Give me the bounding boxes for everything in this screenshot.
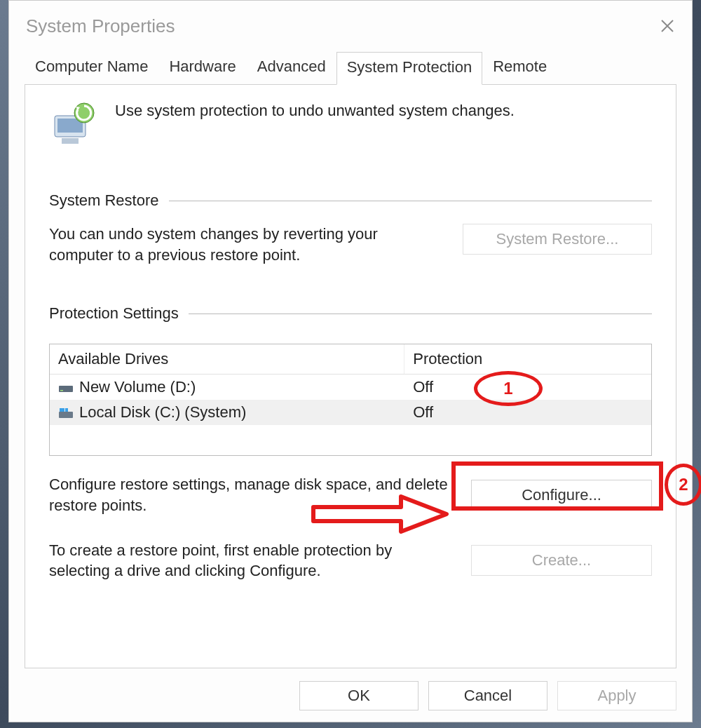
- drive-icon: [58, 381, 74, 393]
- create-button[interactable]: Create...: [471, 545, 652, 576]
- group-system-restore: System Restore: [49, 191, 652, 210]
- drive-name: Local Disk (C:) (System): [79, 403, 246, 422]
- drive-protection: Off: [404, 377, 651, 398]
- tab-computer-name[interactable]: Computer Name: [25, 51, 158, 84]
- create-description: To create a restore point, first enable …: [49, 540, 453, 581]
- group-title-protection: Protection Settings: [49, 304, 179, 323]
- cancel-button[interactable]: Cancel: [428, 681, 547, 710]
- svg-rect-5: [60, 390, 63, 391]
- table-row[interactable]: Local Disk (C:) (System) Off: [50, 400, 651, 425]
- configure-description: Configure restore settings, manage disk …: [49, 474, 453, 515]
- configure-row: Configure restore settings, manage disk …: [49, 474, 652, 515]
- ok-button[interactable]: OK: [299, 681, 418, 710]
- intro-text: Use system protection to undo unwanted s…: [115, 102, 515, 120]
- table-row[interactable]: New Volume (D:) Off: [50, 375, 651, 400]
- drives-table[interactable]: Available Drives Protection New Volume (…: [49, 344, 652, 456]
- window-title: System Properties: [26, 15, 175, 37]
- table-header: Available Drives Protection: [50, 344, 651, 375]
- dialog-footer: OK Cancel Apply: [25, 681, 676, 710]
- svg-rect-7: [60, 408, 64, 412]
- tabstrip: Computer Name Hardware Advanced System P…: [25, 51, 676, 85]
- titlebar: System Properties: [9, 1, 692, 51]
- tab-hardware[interactable]: Hardware: [158, 51, 246, 84]
- create-row: To create a restore point, first enable …: [49, 540, 652, 581]
- system-protection-icon: [49, 100, 100, 151]
- tab-remote[interactable]: Remote: [482, 51, 557, 84]
- svg-rect-2: [62, 138, 79, 144]
- col-protection: Protection: [404, 344, 651, 374]
- restore-description: You can undo system changes by reverting…: [49, 224, 444, 265]
- system-restore-button[interactable]: System Restore...: [463, 224, 652, 255]
- svg-rect-4: [59, 386, 73, 392]
- tab-advanced[interactable]: Advanced: [247, 51, 336, 84]
- restore-row: You can undo system changes by reverting…: [49, 224, 652, 265]
- drive-name: New Volume (D:): [79, 378, 196, 396]
- system-properties-window: System Properties Computer Name Hardware…: [8, 0, 693, 722]
- tab-panel-system-protection: Use system protection to undo unwanted s…: [25, 85, 676, 668]
- group-protection-settings: Protection Settings: [49, 304, 652, 323]
- svg-rect-8: [65, 408, 68, 412]
- intro-row: Use system protection to undo unwanted s…: [49, 100, 652, 151]
- col-available-drives: Available Drives: [50, 344, 404, 374]
- apply-button[interactable]: Apply: [557, 681, 676, 710]
- system-drive-icon: [58, 406, 74, 419]
- configure-button[interactable]: Configure...: [471, 480, 652, 511]
- drive-protection: Off: [404, 402, 651, 423]
- tab-system-protection[interactable]: System Protection: [336, 52, 483, 85]
- close-icon[interactable]: [657, 15, 678, 36]
- svg-rect-6: [59, 412, 73, 418]
- group-title-restore: System Restore: [49, 191, 159, 210]
